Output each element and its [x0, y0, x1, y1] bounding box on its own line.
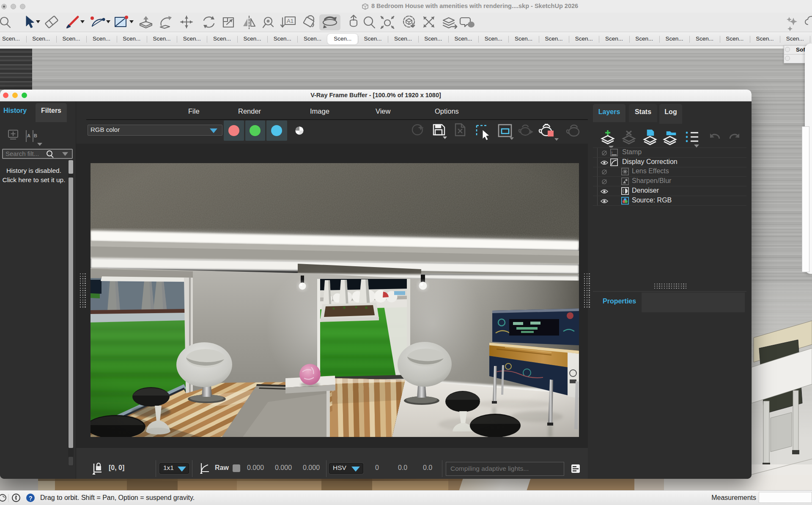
svg-text:A: A — [27, 133, 30, 138]
svg-text:?: ? — [29, 495, 33, 502]
svg-text:B: B — [34, 133, 37, 138]
svg-text:i: i — [612, 150, 612, 155]
svg-text:A1: A1 — [287, 18, 294, 24]
